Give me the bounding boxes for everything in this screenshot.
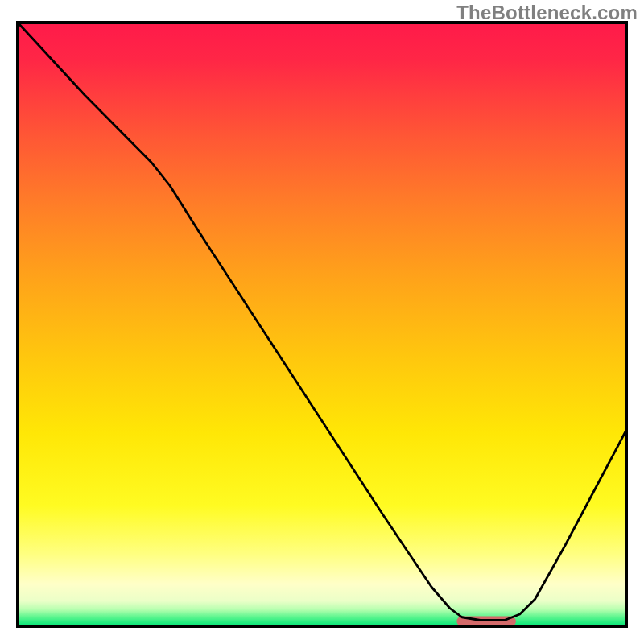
chart-background (18, 23, 626, 626)
chart-container: TheBottleneck.com (0, 0, 644, 644)
watermark-text: TheBottleneck.com (456, 2, 638, 24)
chart-svg (0, 0, 644, 644)
